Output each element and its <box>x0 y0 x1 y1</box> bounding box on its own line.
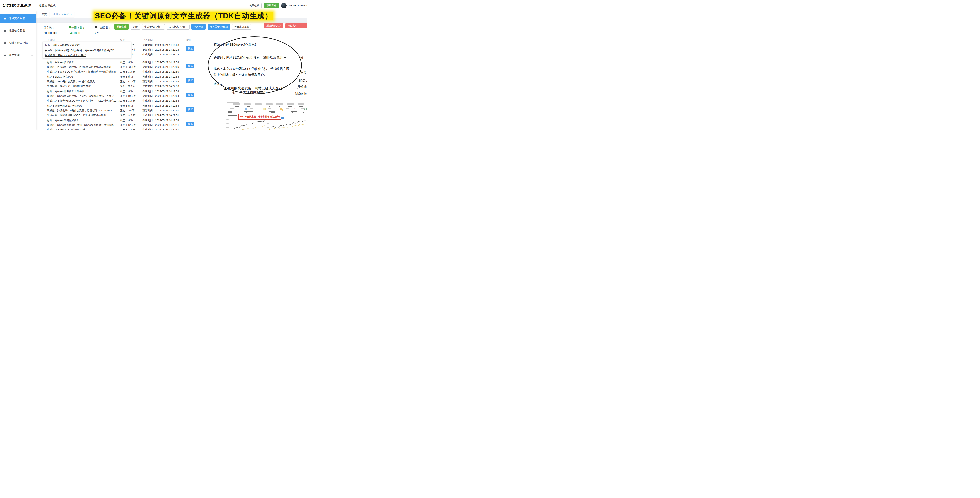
blurred-text-placeholder <box>228 115 237 116</box>
blurred-text-placeholder <box>228 112 232 113</box>
blurred-text-placeholder <box>233 103 240 105</box>
tab-1[interactable]: 首页 <box>39 12 49 17</box>
blurred-text-placeholder <box>269 106 270 107</box>
keyword-cell: 标题：跨境电商seo是什么意思双标题：跨境电商seo是什么意思，跨境电商 cro… <box>47 103 119 118</box>
keyword-cell: 标题：网站seo如何做好优化双标题：网站seo如何做好优化，网站seo如何做好优… <box>47 118 119 130</box>
contact-support-button[interactable]: 联系客服 <box>264 3 279 8</box>
sidebar-item-2[interactable]: 批量站点管理 <box>0 26 37 35</box>
refresh-button[interactable]: 刷新 <box>130 24 140 30</box>
blurred-text-placeholder <box>226 119 229 120</box>
blurred-text-placeholder <box>255 103 262 105</box>
blurred-text-placeholder <box>291 111 298 112</box>
keyword-cell: 标题：SEO是什么意思双标题：SEO是什么意思，seo是什么意思生成标题：揭秘S… <box>47 75 119 89</box>
index-chart-left <box>227 119 265 130</box>
sidebar-item-label: 实时关键词挖掘 <box>9 41 28 45</box>
blurred-text-placeholder <box>267 127 269 128</box>
danger-actions: 重置失败文章 清空文章 <box>264 23 307 29</box>
top-header: 147SEO文章系统 批量文章生成 使用教程 联系客服 65e4811dfb64… <box>0 0 307 11</box>
blurred-text-placeholder <box>228 111 232 112</box>
global-config-button[interactable]: 全局配置 <box>191 24 206 30</box>
tab-label: 首页 <box>42 13 47 16</box>
magnified-preview-line: 正文： <box>214 81 223 86</box>
import-keywords-button[interactable]: 导入关键词/标题 <box>208 24 230 30</box>
sidebar-item-label: 批量文章生成 <box>9 17 25 20</box>
blurred-text-placeholder <box>266 103 273 105</box>
blurred-text-placeholder <box>286 108 289 109</box>
blurred-text-placeholder <box>247 106 250 107</box>
blurred-text-placeholder <box>260 106 261 107</box>
blurred-text-placeholder <box>226 123 229 124</box>
preview-button[interactable]: 预览 <box>186 92 194 97</box>
tutorial-button[interactable]: 使用教程 <box>247 3 262 8</box>
magnified-preview-line: 有一个美观的网站并不 <box>232 90 267 94</box>
home-icon <box>3 29 7 32</box>
user-id: 65e4811dfb644f6 <box>289 4 307 7</box>
stat-value: 7710 <box>95 31 111 35</box>
toolbar: 开始生成 刷新 生成状态: 全部 发布状态: 全部 全局配置 导入关键词/标题 … <box>114 24 251 30</box>
sidebar-item-1[interactable]: 批量文章生成 <box>0 14 37 23</box>
preview-button[interactable]: 预览 <box>186 107 194 112</box>
col-import-time: 导入时间 <box>143 38 153 42</box>
stat-2: 已使用字数：8431800 <box>68 26 85 35</box>
time-cell: 创建时间：2024-05-21 14:12:53更新时间：2024-05-21 … <box>143 75 186 89</box>
blurred-text-placeholder <box>301 108 305 109</box>
keyword-cell: 标题：百度seo技术优化双标题：百度seo技术优化，百度seo排名优化公司哪家好… <box>47 60 119 74</box>
sidebar-item-label: 批量站点管理 <box>9 29 25 32</box>
time-cell: 创建时间：2024-05-21 14:12:53更新时间：2024-05-21 … <box>143 60 186 74</box>
start-generate-button[interactable]: 开始生成 <box>114 24 129 30</box>
avatar[interactable] <box>281 3 286 8</box>
magnified-preview-line: 标题：网站SEO如何优化效果好 <box>214 43 258 47</box>
preview-button[interactable]: 预览 <box>186 122 194 126</box>
blurred-text-placeholder <box>303 112 304 113</box>
home-icon <box>3 41 7 45</box>
blurred-text-placeholder <box>269 111 275 112</box>
col-status: 状态 <box>120 38 125 42</box>
case-banner: 147SEO官网案例，收录和排名稳定上升！ <box>238 114 281 119</box>
publish-status-select[interactable]: 发布状态: 全部 <box>167 24 189 30</box>
stat-1: 总字数：200000000 <box>43 26 58 35</box>
blurred-text-placeholder <box>267 123 269 124</box>
blurred-text-placeholder <box>246 112 247 113</box>
tab-close-icon[interactable]: × <box>70 13 72 16</box>
blurred-text-placeholder <box>271 112 275 113</box>
preview-button[interactable]: 预览 <box>186 64 194 68</box>
trend-line-right <box>269 119 305 130</box>
time-cell: 创建时间：2024-05-21 14:12:53更新时间：2024-05-21 … <box>143 89 186 103</box>
blurred-text-placeholder <box>287 103 294 105</box>
preview-button[interactable]: 预览 <box>186 46 194 51</box>
home-icon <box>3 17 7 20</box>
stat-3: 已生成篇数：7710 <box>95 26 111 35</box>
blurred-text-placeholder <box>299 106 303 107</box>
blurred-text-placeholder <box>250 108 253 109</box>
time-cell: 创建时间：2024-05-21 14:12:53更新时间：2024-05-21 … <box>143 103 186 118</box>
blurred-text-placeholder <box>227 102 239 103</box>
blurred-text-placeholder <box>292 112 293 113</box>
status-cell: 状态：成功正文：1062字发布：未发布 <box>120 89 142 103</box>
preview-button[interactable]: 预览 <box>186 78 194 83</box>
tab-label: 批量文章生成 <box>54 13 69 16</box>
sidebar-item-3[interactable]: 实时关键词挖掘 <box>0 38 37 48</box>
blurred-text-placeholder <box>278 106 280 107</box>
preview-text-fragment: 是帮助您 <box>297 85 307 89</box>
ring-icon <box>293 108 295 110</box>
keyword-tooltip-popup: 标题：网站seo如何优化效果好双标题：网站seo如何优化效果好，网站seo如何优… <box>43 41 131 59</box>
sidebar-item-label: 账户管理 <box>9 54 20 57</box>
promo-title: SEO必备！关键词原创文章生成器（TDK自动生成） <box>94 11 274 21</box>
blurred-text-placeholder <box>298 103 304 105</box>
tab-2[interactable]: 批量文章生成 × <box>51 12 74 17</box>
stat-value: 8431800 <box>68 31 85 35</box>
blurred-text-placeholder <box>230 108 234 109</box>
sidebar-item-4[interactable]: 账户管理 <box>0 51 37 60</box>
col-keyword: 关键词 <box>47 38 55 42</box>
status-cell: 状态：成功正文：2301字发布：未发布 <box>120 60 142 74</box>
preview-text-fragment: 重要 <box>300 71 307 75</box>
blurred-text-placeholder <box>268 108 271 109</box>
generate-status-select[interactable]: 生成状态: 全部 <box>142 24 165 30</box>
preview-text-fragment: 的是让 <box>299 78 307 83</box>
sidebar: 批量文章生成 批量站点管理 实时关键词挖掘 账户管理 <box>0 11 37 130</box>
keyword-cell: 标题：网站seo排名优化工具在线双标题：网站seo排名优化工具在线，seo网站优… <box>47 89 119 103</box>
export-success-button[interactable]: 导出成功文章 <box>232 24 251 30</box>
tooltip-line: 生成标题：网站SEO如何优化效果好 <box>45 53 129 58</box>
reset-failed-button[interactable]: 重置失败文章 <box>264 23 283 29</box>
clear-articles-button[interactable]: 清空文章 <box>285 23 307 29</box>
